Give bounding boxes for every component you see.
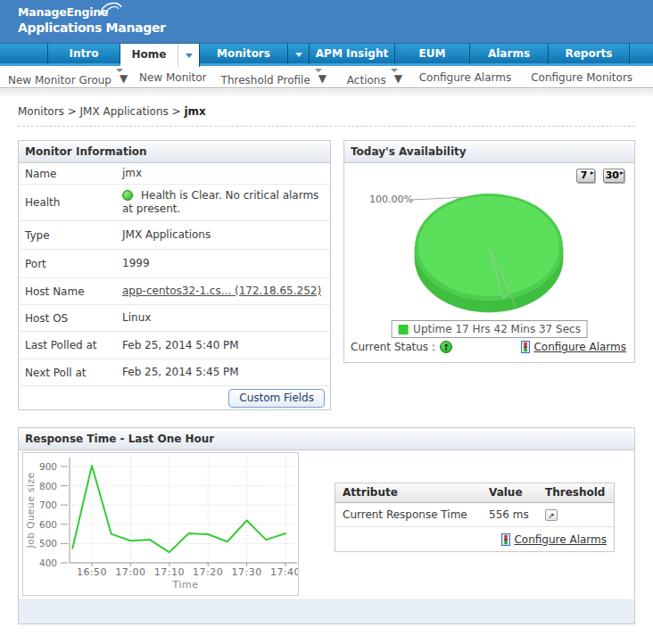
configure-alarms-link[interactable]: Configure Alarms — [533, 341, 626, 353]
toolbar-item-new-monitor[interactable]: New Monitor — [139, 71, 207, 84]
availability-panel: Today's Availability 100.00% 7▸30▸ Uptim… — [343, 140, 635, 363]
threshold-icon[interactable]: ↗ — [545, 509, 558, 521]
info-label: Host Name — [19, 285, 122, 298]
info-value: JMX Applications — [122, 228, 330, 242]
svg-text:600: 600 — [39, 519, 57, 530]
tab-label: EUM — [395, 44, 469, 64]
toolbar-shadow — [0, 89, 653, 96]
toolbar-item-configure-monitors[interactable]: Configure Monitors — [531, 71, 632, 84]
configure-alarms-row: Configure Alarms — [335, 527, 614, 551]
caret-down-icon: ▼ — [315, 69, 322, 72]
custom-fields-row: Custom Fields — [19, 386, 330, 409]
pie-percent-label: 100.00% — [369, 194, 413, 205]
chevron-down-icon[interactable] — [178, 44, 199, 67]
info-value: app-centos32-1.cs... (172.18.65.252) — [122, 285, 330, 298]
main-nav: IntroHomeMonitorsAPM InsightEUMAlarmsRep… — [0, 43, 653, 66]
attribute-table: Attribute Value Threshold Current Respon… — [335, 483, 615, 552]
arrow-right-icon: ▸ — [591, 169, 594, 176]
custom-fields-button[interactable]: Custom Fields — [228, 389, 325, 408]
tab-label: Intro — [48, 44, 120, 64]
info-row-port: Port1999 — [19, 250, 330, 278]
info-value: Feb 25, 2014 5:40 PM — [122, 339, 330, 352]
brand-swirl-icon — [100, 0, 123, 16]
tab-label: Alarms — [470, 44, 548, 64]
svg-text:500: 500 — [39, 538, 57, 549]
header-value: Value — [489, 483, 545, 502]
info-value-text: Feb 25, 2014 5:45 PM — [122, 366, 239, 378]
svg-text:16:50: 16:50 — [77, 566, 107, 578]
info-label: Type — [19, 229, 122, 242]
threshold-cell: ↗ — [545, 508, 614, 521]
svg-text:Time: Time — [172, 579, 199, 590]
breadcrumb-separator: > — [169, 105, 185, 118]
tab-monitors[interactable]: Monitors — [200, 44, 310, 64]
info-value: Health is Clear. No critical alarms at p… — [122, 189, 330, 216]
breadcrumb-divider — [18, 126, 635, 127]
tab-alarms[interactable]: Alarms — [470, 44, 549, 64]
info-value: Linux — [122, 311, 330, 325]
svg-text:800: 800 — [39, 481, 57, 491]
caret-down-icon: ▼ — [391, 69, 398, 72]
info-value: Feb 25, 2014 5:45 PM — [122, 366, 330, 379]
attribute-value: 556 ms — [489, 508, 545, 521]
toolbar-item-new-monitor-group[interactable]: New Monitor Group▼ — [8, 69, 123, 87]
tab-reports[interactable]: Reports — [549, 44, 630, 64]
tab-label: Monitors — [200, 44, 287, 64]
toolbar-item-configure-alarms[interactable]: Configure Alarms — [419, 71, 512, 84]
breadcrumb-item[interactable]: JMX Applications — [80, 105, 169, 118]
tab-home[interactable]: Home — [120, 44, 200, 67]
health-ok-icon — [122, 190, 133, 201]
app-header: ManageEngine Applications Manager — [0, 0, 653, 43]
current-status-row: Current Status : ↑ Configure Alarms — [351, 341, 626, 353]
response-time-panel: Response Time - Last One Hour 4005006007… — [18, 427, 635, 624]
breadcrumb-separator: > — [64, 105, 80, 118]
tab-apm-insight[interactable]: APM Insight — [310, 44, 395, 64]
breadcrumb: Monitors > JMX Applications > jmx — [18, 105, 206, 118]
attribute-name: Current Response Time — [335, 508, 489, 521]
monitor-information-rows: NamejmxHealthHealth is Clear. No critica… — [19, 163, 330, 386]
response-time-content: 40050060070080090016:5017:0017:1017:2017… — [19, 450, 634, 623]
pie-legend: Uptime 17 Hrs 42 Mins 37 Secs — [391, 320, 588, 338]
info-label: Host OS — [19, 312, 122, 325]
toolbar-item-threshold-profile[interactable]: Threshold Profile▼ — [221, 69, 322, 87]
info-label: Last Polled at — [19, 339, 122, 351]
chevron-down-icon[interactable] — [287, 44, 309, 64]
toolbar-item-actions[interactable]: Actions▼ — [347, 69, 398, 87]
response-time-title: Response Time - Last One Hour — [19, 428, 634, 450]
monitor-information-panel: Monitor Information NamejmxHealthHealth … — [18, 140, 331, 410]
configure-alarms-link[interactable]: Configure Alarms — [514, 533, 607, 546]
panel-footer-strip — [19, 599, 634, 623]
svg-text:17:30: 17:30 — [231, 566, 261, 578]
legend-swatch — [398, 325, 408, 334]
secondary-toolbar: New Monitor Group▼New MonitorThreshold P… — [0, 67, 653, 88]
tab-intro[interactable]: Intro — [47, 44, 120, 64]
info-label: Name — [19, 168, 122, 180]
tab-label: Reports — [549, 44, 629, 64]
info-row-host-os: Host OSLinux — [19, 305, 330, 332]
info-value-text: jmx — [122, 167, 142, 179]
tab-label: Home — [120, 44, 178, 67]
tab-label: APM Insight — [310, 44, 394, 64]
brand-line2: Applications Manager — [18, 20, 166, 36]
info-row-host-name: Host Nameapp-centos32-1.cs... (172.18.65… — [19, 278, 330, 305]
legend-label: Uptime 17 Hrs 42 Mins 37 Secs — [413, 323, 581, 335]
breadcrumb-current: jmx — [184, 105, 205, 118]
info-label: Port — [19, 258, 122, 270]
caret-down-icon: ▼ — [116, 69, 123, 72]
breadcrumb-item[interactable]: Monitors — [18, 105, 64, 118]
info-row-last-polled-at: Last Polled atFeb 25, 2014 5:40 PM — [19, 332, 330, 359]
availability-content: 100.00% 7▸30▸ Uptime 17 Hrs 42 Mins 37 S… — [344, 163, 634, 362]
info-row-name: Namejmx — [19, 163, 330, 185]
response-time-line-chart: 40050060070080090016:5017:0017:1017:2017… — [23, 453, 299, 596]
response-time-chart-box: 40050060070080090016:5017:0017:1017:2017… — [22, 452, 299, 596]
info-value: jmx — [122, 167, 330, 180]
info-label: Health — [19, 196, 122, 209]
range-button-30[interactable]: 30▸ — [603, 169, 624, 183]
svg-text:Job Queue size: Job Queue size — [25, 473, 36, 549]
host-name-link[interactable]: app-centos32-1.cs... (172.18.65.252) — [122, 285, 321, 297]
tab-eum[interactable]: EUM — [395, 44, 470, 64]
range-button-7[interactable]: 7▸ — [576, 169, 595, 183]
info-label: Next Poll at — [19, 367, 122, 379]
traffic-light-icon — [521, 341, 530, 353]
info-row-health: HealthHealth is Clear. No critical alarm… — [19, 185, 330, 221]
